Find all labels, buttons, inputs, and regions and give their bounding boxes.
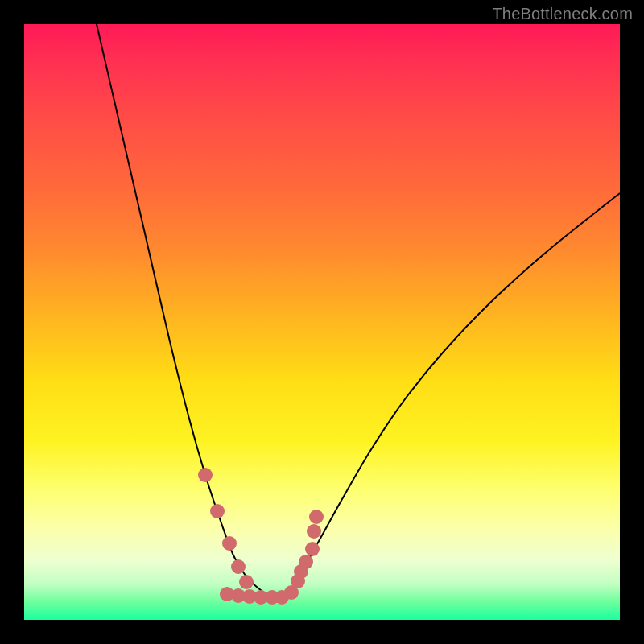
- bottleneck-curve-svg: [24, 24, 620, 620]
- curve-marker: [309, 510, 324, 524]
- chart-area: [24, 24, 620, 620]
- curve-marker: [231, 559, 246, 574]
- curve-marker: [198, 468, 213, 482]
- curve-marker: [239, 575, 254, 589]
- curve-marker: [305, 542, 320, 556]
- curve-marker: [222, 536, 237, 551]
- curve-marker: [210, 504, 225, 518]
- curve-marker: [299, 555, 313, 569]
- curve-marker: [307, 524, 321, 539]
- watermark-text: TheBottleneck.com: [492, 5, 633, 23]
- curve-markers: [198, 468, 324, 605]
- bottleneck-curve: [97, 24, 620, 598]
